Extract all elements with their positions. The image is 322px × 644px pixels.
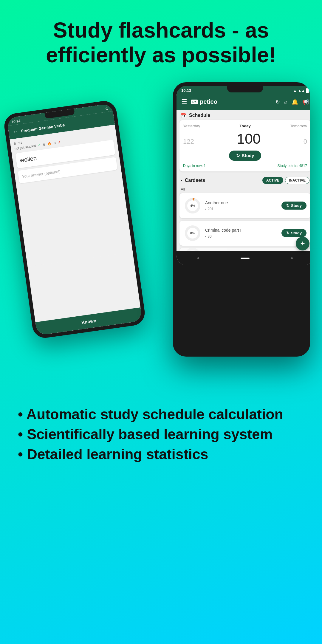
check-icon: ✓ xyxy=(38,143,41,147)
card-icon-0: ▪ xyxy=(205,207,206,211)
nav-home[interactable] xyxy=(241,258,250,259)
status-icons: ▲ ▲▲ ▉ xyxy=(293,89,309,93)
flame-icon: 🔥 xyxy=(47,141,52,146)
schedule-title: Schedule xyxy=(189,113,210,118)
tab-inactive[interactable]: INACTIVE xyxy=(285,177,309,184)
filter-bar: All xyxy=(177,186,310,193)
schedule-days: Yesterday Today Tomorrow xyxy=(183,124,307,128)
study-refresh-icon: ↻ xyxy=(236,153,240,158)
back-time: 10:14 xyxy=(11,118,21,124)
known-button[interactable]: Known xyxy=(35,307,143,335)
days-in-row: Days in row: 1 xyxy=(183,164,206,168)
cardset-name-1: Criminal code part I xyxy=(205,228,278,233)
schedule-section-header: 📅 Schedule xyxy=(177,110,310,120)
schedule-card: Yesterday Today Tomorrow 122 100 0 ↻ Stu… xyxy=(179,120,310,171)
cardsets-icon: ▪ xyxy=(181,178,182,183)
schedule-numbers: 122 100 0 xyxy=(183,131,307,147)
nav-right xyxy=(291,257,293,259)
donut-1: 0% xyxy=(184,224,202,242)
search-icon[interactable]: ⌕ xyxy=(284,99,287,105)
logo-text: petico xyxy=(200,98,217,105)
cardsets-title: ▪ Cardsets xyxy=(181,178,205,183)
feature-item-1: • Scientifically based learning system xyxy=(18,424,304,444)
yesterday-count: 122 xyxy=(183,138,194,145)
cardset-name-0: Another one xyxy=(205,200,278,205)
battery-icon: ▉ xyxy=(306,89,309,93)
yesterday-label: Yesterday xyxy=(183,124,200,128)
back-empty-space xyxy=(17,175,133,267)
menu-icon[interactable]: ☰ xyxy=(181,98,187,106)
cardsets-header: ▪ Cardsets ACTIVE INACTIVE xyxy=(177,174,310,186)
nav-left xyxy=(197,257,199,259)
feature-item-0: • Automatic study schedule calculation xyxy=(18,404,304,424)
megaphone-icon[interactable]: 📢 xyxy=(302,99,309,105)
cardset-card-0: 4% Another one ▪ 201 ↻ Study xyxy=(179,193,310,218)
filter-all[interactable]: All xyxy=(181,187,185,191)
bell-icon[interactable]: 🔔 xyxy=(292,99,298,105)
study-sm-icon-0: ↻ xyxy=(286,203,290,208)
back-status-icon: ⊙ xyxy=(105,106,109,111)
phones-container: 10:14 ⊙ ← Frequent German Verbs 6 / 21 n… xyxy=(0,82,322,386)
donut-0: 4% xyxy=(184,197,202,215)
refresh-icon[interactable]: ↻ xyxy=(275,99,280,105)
main-study-button[interactable]: ↻ Study xyxy=(229,151,261,161)
wifi-icon: ▲ xyxy=(293,89,297,93)
feature-item-2: • Detailed learning statistics xyxy=(18,444,304,464)
cardset-study-btn-0[interactable]: ↻ Study xyxy=(281,202,306,210)
phone-back: 10:14 ⊙ ← Frequent German Verbs 6 / 21 n… xyxy=(3,99,146,339)
study-points: Study points: 4817 xyxy=(278,164,307,168)
schedule-stats: Days in row: 1 Study points: 4817 xyxy=(183,164,307,168)
cardset-info-1: Criminal code part I ▪ 30 xyxy=(205,228,278,239)
calendar-icon: 📅 xyxy=(181,113,187,118)
today-count: 100 xyxy=(237,131,261,147)
back-toolbar-title: Frequent German Verbs xyxy=(21,123,65,133)
cardset-card-1: 0% Criminal code part I ▪ 30 ↻ Study xyxy=(179,221,310,246)
toolbar-actions: ↻ ⌕ 🔔 📢 xyxy=(275,99,309,105)
signal-icon: ▲▲ xyxy=(298,89,305,93)
cardset-count-0: ▪ 201 xyxy=(205,207,278,211)
hero-title: Study flashcards - as efficiently as pos… xyxy=(0,0,322,76)
back-arrow-icon[interactable]: ← xyxy=(13,128,19,135)
study-sm-icon-1: ↻ xyxy=(286,231,290,235)
x-icon: ✗ xyxy=(58,140,61,144)
cardsets-tabs: ACTIVE INACTIVE xyxy=(262,177,309,184)
cardset-info-0: Another one ▪ 201 xyxy=(205,200,278,211)
app-logo: Re petico xyxy=(191,98,275,105)
tomorrow-count: 0 xyxy=(304,138,307,145)
cardset-study-btn-1[interactable]: ↻ Study xyxy=(281,229,306,237)
logo-bracket: Re xyxy=(191,100,198,104)
tab-active[interactable]: ACTIVE xyxy=(262,177,283,184)
cardsets-label: Cardsets xyxy=(185,178,205,183)
phone-front: 10:13 ▲ ▲▲ ▉ ☰ Re petico ↻ ⌕ 🔔 📢 xyxy=(173,82,310,357)
app-toolbar: ☰ Re petico ↻ ⌕ 🔔 📢 xyxy=(177,94,310,110)
tomorrow-label: Tomorrow xyxy=(290,124,307,128)
donut-label-1: 0% xyxy=(190,231,195,235)
bottom-nav xyxy=(177,251,310,265)
front-time: 10:13 xyxy=(181,88,191,93)
fab-button[interactable]: + xyxy=(296,237,309,250)
donut-label-0: 4% xyxy=(190,204,195,208)
features-section: • Automatic study schedule calculation •… xyxy=(0,386,322,476)
cardset-count-1: ▪ 30 xyxy=(205,234,278,239)
card-icon-1: ▪ xyxy=(205,234,206,239)
study-btn-label: Study xyxy=(242,153,254,158)
today-label: Today xyxy=(239,124,250,128)
